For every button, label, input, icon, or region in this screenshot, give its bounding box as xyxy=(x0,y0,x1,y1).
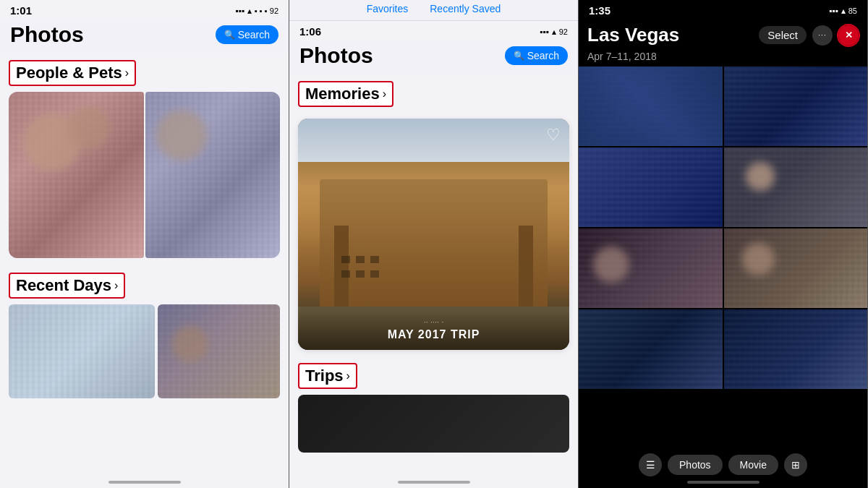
wifi-icon-3: ▴ xyxy=(841,6,846,16)
app-header-1: Photos 🔍 Search xyxy=(0,20,289,53)
tab-favorites[interactable]: Favorites xyxy=(367,3,409,16)
search-button-2[interactable]: 🔍 Search xyxy=(505,46,568,65)
lv-photos-button[interactable]: Photos xyxy=(668,455,723,475)
recent-days-title: Recent Days xyxy=(16,276,111,295)
lv-photo-4[interactable] xyxy=(724,147,868,227)
heart-icon[interactable]: ♡ xyxy=(546,126,561,145)
status-bar-1: 1:01 ▪▪▪ ▴ ▪ ▪ ▪ 92 xyxy=(0,0,289,20)
people-pets-header[interactable]: People & Pets › xyxy=(9,60,136,86)
battery-3: 85 xyxy=(848,7,857,15)
lv-movie-button[interactable]: Movie xyxy=(728,455,778,475)
recent-day-photo-2 xyxy=(158,304,280,398)
app-title-1: Photos xyxy=(10,22,84,47)
status-icons-3: ▪▪▪ ▴ 85 xyxy=(829,6,857,16)
grid-icon: ⊞ xyxy=(791,459,800,471)
lv-photo-grid xyxy=(579,67,867,389)
recent-day-photo-1 xyxy=(9,304,155,398)
lv-blur-4 xyxy=(724,147,868,227)
trips-header[interactable]: Trips › xyxy=(298,363,357,389)
lv-app-header: Las Vegas Select ··· ✕ xyxy=(579,20,867,51)
memory-label-area: ·· ···· · MAY 2017 TRIP xyxy=(298,310,569,350)
close-x-icon: ✕ xyxy=(845,30,853,40)
memory-card[interactable]: ♡ ·· ···· · MAY 2017 TRIP xyxy=(298,119,569,350)
battery-1: ▪ ▪ ▪ 92 xyxy=(255,7,278,15)
app-title-2: Photos xyxy=(299,43,373,68)
movie-label: Movie xyxy=(740,459,767,471)
app-header-2: Photos 🔍 Search xyxy=(289,40,578,74)
content-scroll-2: Memories › ♡ xyxy=(289,74,578,453)
memories-header[interactable]: Memories › xyxy=(298,81,393,107)
content-scroll-1: People & Pets › Recent Days › xyxy=(0,53,289,398)
lv-grid-button[interactable]: ⊞ xyxy=(784,453,807,476)
lv-photo-1[interactable] xyxy=(579,67,723,146)
recent-days-header[interactable]: Recent Days › xyxy=(9,273,125,299)
memory-card-title: MAY 2017 TRIP xyxy=(308,328,559,341)
people-pets-title: People & Pets xyxy=(16,64,122,82)
lv-header-controls: Select ··· ✕ xyxy=(759,25,859,46)
lv-title: Las Vegas xyxy=(587,24,679,46)
panel-photos-1: 1:01 ▪▪▪ ▴ ▪ ▪ ▪ 92 Photos 🔍 Search Peop… xyxy=(0,0,289,488)
signal-icon-1: ▪▪▪ xyxy=(235,6,244,16)
wifi-icon-1: ▴ xyxy=(247,6,252,16)
people-pets-photos xyxy=(9,92,280,258)
recent-days-chevron: › xyxy=(114,279,118,292)
lv-date-range: Apr 7–11, 2018 xyxy=(579,51,867,67)
lv-photo-3[interactable] xyxy=(579,147,723,227)
status-icons-1: ▪▪▪ ▴ ▪ ▪ ▪ 92 xyxy=(235,6,278,16)
lv-list-button[interactable]: ☰ xyxy=(639,453,662,476)
top-tabs: Favorites Recently Saved xyxy=(289,0,578,21)
photos-label: Photos xyxy=(679,459,711,471)
recent-days-photos xyxy=(9,304,280,398)
panel-las-vegas: 1:35 ▪▪▪ ▴ 85 Las Vegas Select ··· ✕ Apr… xyxy=(579,0,868,488)
lv-photo-5[interactable] xyxy=(579,228,723,308)
search-icon-1: 🔍 xyxy=(224,30,235,40)
lv-photo-6[interactable] xyxy=(724,228,868,308)
home-indicator-1 xyxy=(109,481,181,484)
lv-photo-8[interactable] xyxy=(724,309,868,389)
status-icons-2: ▪▪▪ ▴ 92 xyxy=(540,27,568,37)
blur-overlay-3 xyxy=(9,304,155,398)
memories-title: Memories xyxy=(305,85,380,103)
search-label-1: Search xyxy=(238,29,270,40)
lv-blur-2 xyxy=(724,67,868,146)
lv-select-button[interactable]: Select xyxy=(759,26,807,44)
home-indicator-3 xyxy=(687,481,760,484)
lv-close-button[interactable]: ✕ xyxy=(838,25,859,46)
signal-icon-2: ▪▪▪ xyxy=(540,27,549,37)
status-bar-2: 1:06 ▪▪▪ ▴ 92 xyxy=(289,21,578,40)
list-icon: ☰ xyxy=(646,459,655,471)
lv-photo-2[interactable] xyxy=(724,67,868,146)
lv-blur-8 xyxy=(724,309,868,389)
trips-chevron: › xyxy=(346,369,350,382)
tab-recently-saved[interactable]: Recently Saved xyxy=(430,3,501,16)
person-photo-right xyxy=(145,92,281,258)
status-time-3: 1:35 xyxy=(589,4,610,17)
battery-2: 92 xyxy=(559,27,568,36)
person-photo-left xyxy=(9,92,144,258)
status-time-1: 1:01 xyxy=(10,4,32,17)
search-button-1[interactable]: 🔍 Search xyxy=(216,25,278,44)
signal-icon-3: ▪▪▪ xyxy=(829,6,838,16)
search-icon-2: 🔍 xyxy=(514,51,524,61)
lv-blur-7 xyxy=(579,309,723,389)
lv-blur-3 xyxy=(579,147,723,227)
search-label-2: Search xyxy=(527,50,559,61)
home-indicator-2 xyxy=(398,481,470,484)
status-time-2: 1:06 xyxy=(299,25,321,38)
lv-photo-7[interactable] xyxy=(579,309,723,389)
people-pets-chevron: › xyxy=(125,67,129,80)
memories-chevron: › xyxy=(383,87,386,100)
wifi-icon-2: ▴ xyxy=(552,27,556,37)
status-bar-3: 1:35 ▪▪▪ ▴ 85 xyxy=(579,0,867,20)
trips-title: Trips xyxy=(305,367,344,385)
lv-more-button[interactable]: ··· xyxy=(812,25,833,46)
memory-card-image: ♡ ·· ···· · MAY 2017 TRIP xyxy=(298,119,569,350)
lv-toolbar: ☰ Photos Movie ⊞ xyxy=(579,453,867,476)
memory-subtitle: ·· ···· · xyxy=(308,317,559,326)
trips-photo xyxy=(298,395,569,453)
more-dots-icon: ··· xyxy=(818,31,826,39)
panel-photos-2: Favorites Recently Saved 1:06 ▪▪▪ ▴ 92 P… xyxy=(289,0,579,488)
